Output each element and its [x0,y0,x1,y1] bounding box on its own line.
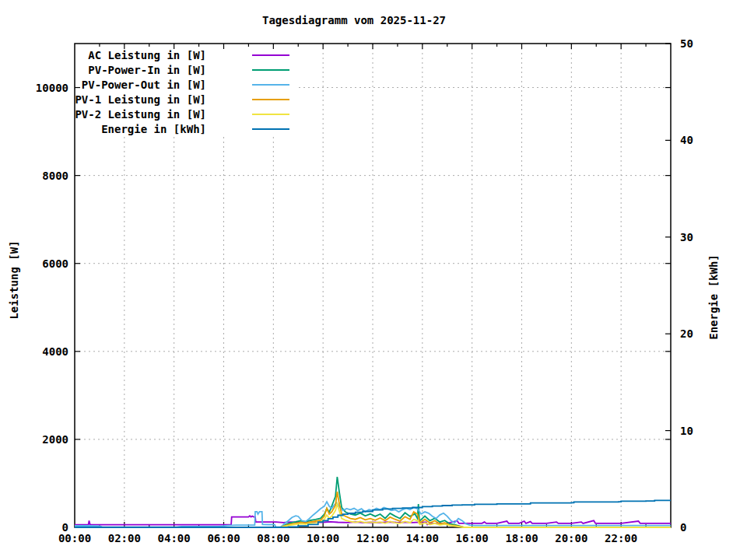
x-tick-label: 14:00 [406,532,439,544]
legend-label-pv-power-in-in-w: PV-Power-In in [W] [88,64,206,76]
x-tick-label: 08:00 [257,532,289,544]
x-tick-label: 02:00 [108,532,141,544]
y2-tick-label: 40 [680,134,693,146]
x-tick-label: 10:00 [307,532,339,544]
x-tick-label: 12:00 [356,532,389,544]
chart-canvas: AC Leistung in [W]PV-Power-In in [W]PV-P… [0,0,747,560]
x-tick-label: 18:00 [505,532,538,544]
x-tick-label: 04:00 [158,532,191,544]
legend-label-pv-2-leistung-in-w: PV-2 Leistung in [W] [75,108,206,121]
x-tick-label: 22:00 [605,532,637,544]
y-tick-label: 2000 [42,433,68,446]
y2-tick-label: 0 [680,521,686,534]
y2-tick-label: 10 [680,425,693,437]
x-tick-label: 20:00 [555,532,587,544]
legend-label-energie-in-kwh: Energie in [kWh] [101,123,206,135]
x-tick-label: 16:00 [456,532,489,544]
chart-page: Tagesdiagramm vom 2025-11-27 Leistung [W… [0,0,747,560]
y2-tick-label: 20 [680,327,693,340]
y-tick-label: 8000 [42,170,68,182]
y2-axis-label: Energie [kWh] [707,254,720,340]
y-tick-label: 6000 [42,257,68,270]
legend-label-pv-power-out-in-w: PV-Power-Out in [W] [82,79,206,91]
legend-label-pv-1-leistung-in-w: PV-1 Leistung in [W] [75,93,206,106]
y-axis-label: Leistung [W] [8,240,20,319]
legend-label-ac-leistung-in-w: AC Leistung in [W] [88,49,206,61]
y2-tick-label: 30 [680,231,693,243]
y-tick-label: 10000 [36,82,68,94]
x-tick-label: 00:00 [58,532,91,544]
chart-title: Tagesdiagramm vom 2025-11-27 [0,14,708,26]
y2-tick-label: 50 [680,37,693,50]
y-tick-label: 4000 [42,345,68,358]
x-tick-label: 06:00 [207,532,240,544]
